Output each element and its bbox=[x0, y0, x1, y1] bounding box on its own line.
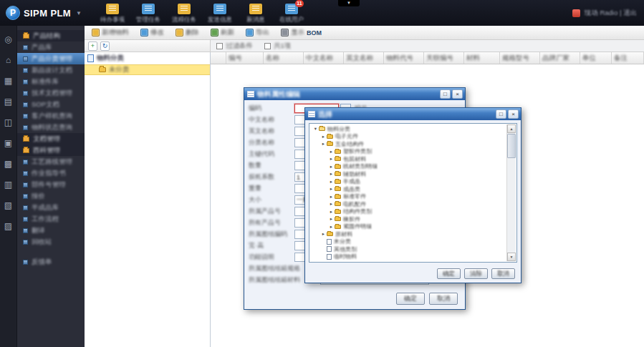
expander-icon[interactable]: ▸ bbox=[328, 201, 335, 207]
expander-icon[interactable]: ▸ bbox=[328, 209, 335, 215]
close-icon[interactable]: × bbox=[508, 109, 519, 119]
product-structure-icon[interactable]: ▦ bbox=[3, 76, 14, 86]
sidebar-item[interactable]: 产品结构 bbox=[17, 30, 85, 41]
topbar-item[interactable]: 待办事项 bbox=[96, 1, 129, 24]
archive-icon[interactable]: ▨ bbox=[3, 221, 14, 231]
expander-icon[interactable]: ▸ bbox=[328, 224, 335, 230]
sidebar-item[interactable]: 反馈单 bbox=[17, 256, 85, 268]
collapse-handle[interactable]: ▼ bbox=[338, 0, 360, 6]
tree-node[interactable]: ▸ 电机配件 bbox=[310, 200, 506, 208]
column-header[interactable]: 编号 bbox=[226, 52, 264, 64]
sidebar-item[interactable]: SOP文档 bbox=[17, 99, 85, 110]
toolbar-button[interactable]: 修改 bbox=[136, 26, 168, 39]
logout-icon[interactable] bbox=[572, 9, 580, 17]
minimize-icon[interactable]: □ bbox=[496, 109, 506, 119]
toolbar-button[interactable]: 导出 bbox=[241, 26, 274, 39]
tree-node[interactable]: ▸ 辅助材料 bbox=[310, 170, 506, 178]
tree-node[interactable]: ▾ 物料分类 bbox=[310, 125, 506, 133]
sidebar-item[interactable]: 工作流程 bbox=[17, 213, 85, 225]
database-icon[interactable]: ▣ bbox=[3, 138, 14, 148]
sidebar-item[interactable]: 工艺路线管理 bbox=[17, 156, 85, 167]
tree-root-node[interactable]: 物料分类 bbox=[85, 52, 210, 64]
scrollbar[interactable]: ▲ ▼ bbox=[506, 124, 516, 261]
tree-node[interactable]: ▸ 橡胶件 bbox=[310, 215, 506, 223]
topbar-item[interactable]: 管理任务 bbox=[132, 1, 165, 24]
sidebar-item[interactable]: 西科管理 bbox=[17, 145, 85, 156]
tree-node[interactable]: ▸ 标准零件 bbox=[310, 193, 506, 201]
users-icon[interactable]: ◫ bbox=[3, 117, 14, 127]
sidebar-item[interactable]: 标准件库 bbox=[17, 76, 85, 87]
tree-node[interactable]: ▸ 塑胶件类别 bbox=[310, 148, 506, 156]
tree-node[interactable]: 临时物料 bbox=[310, 253, 506, 261]
chevron-down-icon[interactable]: ▼ bbox=[76, 10, 82, 16]
dialog-title-bar[interactable]: 物料属性编辑 □ × bbox=[244, 88, 465, 100]
column-header[interactable]: 关联编号 bbox=[424, 52, 464, 64]
minimize-icon[interactable]: □ bbox=[440, 89, 451, 99]
dialog-button[interactable]: 清除 bbox=[464, 268, 488, 279]
home-icon[interactable]: ⌂ bbox=[3, 55, 14, 65]
topbar-item[interactable]: 发送信息 bbox=[203, 1, 236, 24]
column-header[interactable]: 物料代号 bbox=[384, 52, 424, 64]
tree-node[interactable]: ▸ 线材类别明细 bbox=[310, 163, 506, 171]
dialog-button[interactable]: 取消 bbox=[429, 293, 458, 305]
tree-node[interactable]: ▸ 包装材料 bbox=[310, 155, 506, 163]
sidebar-item[interactable]: 技术文档管理 bbox=[17, 87, 85, 99]
topbar-item[interactable]: 11 在线用户 bbox=[275, 1, 308, 24]
tree-node[interactable]: ▸ 电子元件 bbox=[310, 133, 506, 141]
column-header[interactable]: 规格型号 bbox=[500, 52, 540, 64]
book-icon[interactable]: ▧ bbox=[3, 200, 14, 210]
expander-icon[interactable]: ▸ bbox=[328, 186, 335, 192]
toolbar-button[interactable]: 刷新 bbox=[206, 26, 239, 39]
expander-icon[interactable]: ▸ bbox=[328, 194, 335, 200]
sidebar-item[interactable]: 部件号管理 bbox=[17, 179, 85, 190]
expander-icon[interactable]: ▾ bbox=[312, 126, 319, 132]
process-icon[interactable]: ▩ bbox=[3, 159, 14, 169]
expander-icon[interactable]: ▸ bbox=[328, 171, 335, 177]
scrollbar-thumb[interactable] bbox=[507, 134, 516, 158]
sidebar-item[interactable]: 文档管理 bbox=[17, 133, 85, 145]
sidebar-item[interactable]: 客户样机查询 bbox=[17, 110, 85, 122]
topbar-item[interactable]: 新消息 bbox=[239, 1, 272, 24]
sidebar-item[interactable]: 新品设计文档 bbox=[17, 64, 85, 76]
topbar-item[interactable]: 流程任务 bbox=[168, 1, 201, 24]
tree-node[interactable]: 未分类 bbox=[310, 238, 506, 246]
add-category-icon[interactable]: + bbox=[88, 41, 97, 51]
column-header[interactable]: 中文名称 bbox=[304, 52, 344, 64]
filter-checkbox[interactable]: 共1项 bbox=[264, 41, 291, 51]
expander-icon[interactable]: ▸ bbox=[320, 231, 327, 237]
sidebar-item[interactable]: 作业指导书 bbox=[17, 167, 85, 179]
column-header[interactable]: 单位 bbox=[580, 52, 612, 64]
sidebar-item[interactable]: 翻译 bbox=[17, 225, 85, 236]
expander-icon[interactable]: ▸ bbox=[320, 134, 327, 140]
tree-node[interactable]: ▸ 成品类 bbox=[310, 185, 506, 193]
tree-node[interactable]: ▸ 半成品 bbox=[310, 178, 506, 186]
sidebar-item[interactable]: 产品库 bbox=[17, 41, 85, 53]
toolbar-button[interactable]: 显示 BOM bbox=[277, 26, 326, 39]
filter-checkbox[interactable]: 过滤条件 bbox=[216, 41, 253, 51]
expander-icon[interactable]: ▸ bbox=[328, 216, 335, 222]
tree-node[interactable]: ▸ 结构件类别 bbox=[310, 208, 506, 216]
dialog-button[interactable]: 取消 bbox=[491, 268, 515, 279]
expander-icon[interactable]: ▸ bbox=[328, 156, 335, 162]
tree-node[interactable]: ▸ 五金结构件 bbox=[310, 140, 506, 148]
column-header[interactable]: 备注 bbox=[612, 52, 644, 64]
toolbar-button[interactable]: 删除 bbox=[171, 26, 203, 39]
tree-node[interactable]: 其他类别 bbox=[310, 245, 506, 253]
column-header[interactable]: 品牌厂家 bbox=[540, 52, 580, 64]
expander-icon[interactable]: ▸ bbox=[328, 149, 335, 155]
sidebar-item[interactable]: 回收站 bbox=[17, 236, 85, 248]
dialog-button[interactable]: 确定 bbox=[437, 268, 461, 279]
column-header[interactable]: 材料 bbox=[464, 52, 500, 64]
expander-icon[interactable]: ▸ bbox=[320, 141, 327, 147]
sidebar-item[interactable]: 物料状态查询 bbox=[17, 122, 85, 133]
checkbox-icon[interactable] bbox=[264, 43, 271, 49]
tree-node[interactable]: ▸ 紧固件明细 bbox=[310, 223, 506, 231]
column-header[interactable]: 英文名称 bbox=[344, 52, 384, 64]
tree-node[interactable]: ▸ 原材料 bbox=[310, 230, 506, 238]
report-icon[interactable]: ▥ bbox=[3, 180, 14, 190]
dialog-button[interactable]: 确定 bbox=[396, 293, 425, 305]
dialog-title-bar[interactable]: 选择 □ × bbox=[305, 108, 521, 120]
scroll-up-icon[interactable]: ▲ bbox=[507, 124, 516, 133]
column-header[interactable]: 名称 bbox=[264, 52, 304, 64]
column-header[interactable] bbox=[211, 52, 226, 64]
